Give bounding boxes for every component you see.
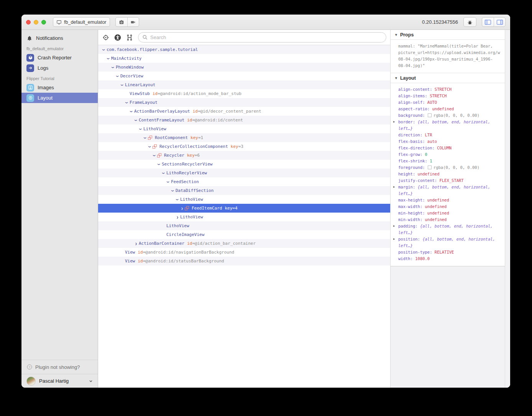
layout-prop-max-width: max-width: undefined <box>391 203 502 210</box>
tree-row-ActionBarOverlayLayout[interactable]: ❯ActionBarOverlayLayoutid=@id/decor_cont… <box>98 107 390 116</box>
expand-toggle-icon[interactable]: ❯ <box>110 66 116 69</box>
prop-key: direction: <box>398 133 425 137</box>
sidebar-item-layout[interactable]: Layout <box>21 93 98 103</box>
expand-toggle-icon[interactable]: ❯ <box>175 215 180 219</box>
prop-key: border: <box>398 120 418 124</box>
expand-toggle-icon[interactable]: ❯ <box>129 110 134 113</box>
tree-row-SectionsRecyclerView[interactable]: ❯SectionsRecyclerView <box>98 160 390 169</box>
tree-row-FrameLayout[interactable]: ❯FrameLayout <box>98 98 390 107</box>
expand-toggle-icon[interactable]: ❯ <box>170 189 176 193</box>
expand-toggle-icon[interactable]: ❯ <box>106 57 111 61</box>
search-input[interactable] <box>150 34 382 40</box>
tree-row-PhoneWindow[interactable]: ❯PhoneWindow <box>98 63 390 72</box>
expand-toggle-icon[interactable]: ❯ <box>133 242 139 246</box>
search-box[interactable] <box>138 32 386 43</box>
screenshot-button[interactable] <box>116 18 127 26</box>
layout-prop-position[interactable]: ▶position: {all, bottom, end, horizontal… <box>391 236 502 249</box>
tree-row-MainActivity[interactable]: ❯MainActivity <box>98 54 390 63</box>
elements-toolbar <box>98 30 390 45</box>
expand-toggle-icon[interactable]: ❯ <box>152 154 157 157</box>
sidebar-item-label: Logs <box>38 65 48 71</box>
props-section-header[interactable]: ▼ Props <box>391 30 505 40</box>
layout-prop-background: background: rgba(0, 0, 0, 0.00) <box>391 112 502 119</box>
prop-key: foreground: <box>398 165 427 170</box>
prop-value: undefined <box>425 217 447 222</box>
screen-record-button[interactable] <box>127 18 139 26</box>
expand-toggle-icon[interactable]: ❯ <box>161 171 166 175</box>
tree-row-View[interactable]: Viewid=@android:id/navigationBarBackgrou… <box>98 248 390 257</box>
tree-row-LithoView[interactable]: ❯LithoView <box>98 124 390 133</box>
expand-toggle-icon[interactable]: ❯ <box>133 118 139 122</box>
color-swatch[interactable] <box>428 113 432 117</box>
expand-row-icon[interactable]: ▶ <box>393 223 395 229</box>
tree-row-FeedSection[interactable]: ❯FeedSection <box>98 177 390 186</box>
element-name: ActionBarContainer <box>139 241 184 246</box>
sidebar-item-notifications[interactable]: Notifications <box>21 33 98 43</box>
layout-prop-max-height: max-height: undefined <box>391 197 502 203</box>
layout-section-body: align-content: STRETCHalign-items: STRET… <box>391 83 505 266</box>
tree-row-FeedItemCard[interactable]: ❯FeedItemCardkey=4 <box>98 204 390 213</box>
sidebar-item-label: Layout <box>38 95 53 101</box>
plugin-not-showing-link[interactable]: ? Plugin not showing? <box>21 360 98 374</box>
tree-row-RecyclerCollectionComponent[interactable]: ❯RecyclerCollectionComponentkey=3 <box>98 142 390 151</box>
accessibility-mode-button[interactable] <box>114 34 121 41</box>
tree-row-CircleImageView[interactable]: CircleImageView <box>98 230 390 239</box>
tree-row-View[interactable]: Viewid=@android:id/statusBarBackground <box>98 257 390 265</box>
expand-toggle-icon[interactable]: ❯ <box>115 74 120 78</box>
expand-toggle-icon[interactable]: ❯ <box>124 101 130 105</box>
close-window-button[interactable] <box>26 20 31 25</box>
tree-row-ContentFrameLayout[interactable]: ❯ContentFrameLayoutid=@android:id/conten… <box>98 116 390 124</box>
prop-value-continued: left…} <box>398 190 500 197</box>
expand-row-icon[interactable]: ▶ <box>393 236 395 242</box>
layout-prop-margin[interactable]: ▶margin: {all, bottom, end, horizontal,l… <box>391 184 502 197</box>
tree-hierarchy-button[interactable] <box>126 34 133 41</box>
minimize-window-button[interactable] <box>34 20 38 25</box>
user-menu[interactable]: Pascal Hartig <box>21 374 98 388</box>
expand-row-icon[interactable]: ▶ <box>393 184 395 190</box>
toggle-right-sidebar-button[interactable] <box>494 18 505 26</box>
prop-value-continued: left…} <box>398 125 500 132</box>
tree-row-com.facebook.flipper.sample.tutorial[interactable]: ❯com.facebook.flipper.sample.tutorial <box>98 45 390 54</box>
sidebar-section-device: fb_default_emulator <box>21 43 98 52</box>
expand-toggle-icon[interactable]: ❯ <box>143 136 148 140</box>
prop-value: STRETCH <box>430 93 447 98</box>
tree-row-LithoRecylerView[interactable]: ❯LithoRecylerView <box>98 169 390 177</box>
tree-row-Recycler[interactable]: ❯Recyclerkey=6 <box>98 151 390 160</box>
layout-section-header[interactable]: ▼ Layout <box>391 73 505 83</box>
tree-row-LithoView[interactable]: ❯LithoView <box>98 195 390 204</box>
tree-row-ActionBarContainer[interactable]: ❯ActionBarContainerid=@id/action_bar_con… <box>98 239 390 248</box>
prop-key: max-width: <box>398 204 425 209</box>
target-mode-button[interactable] <box>102 34 109 41</box>
expand-toggle-icon[interactable]: ❯ <box>138 127 143 131</box>
prop-key: min-width: <box>398 217 425 222</box>
zoom-window-button[interactable] <box>41 20 46 25</box>
element-name: DataDiffSection <box>176 188 213 193</box>
sidebar-item-logs[interactable]: Logs <box>21 63 98 73</box>
bug-report-button[interactable] <box>463 17 476 27</box>
sidebar-item-crash-reporter[interactable]: Crash Reporter <box>21 52 98 63</box>
expand-toggle-icon[interactable]: ❯ <box>179 206 185 210</box>
layout-prop-padding[interactable]: ▶padding: {all, bottom, end, horizontal,… <box>391 223 502 236</box>
tree-row-RootComponent[interactable]: ❯RootComponentkey=1 <box>98 133 390 142</box>
tree-row-LithoView[interactable]: ❯LithoView <box>98 213 390 221</box>
tree-row-LinearLayout[interactable]: ❯LinearLayout <box>98 80 390 89</box>
expand-toggle-icon[interactable]: ❯ <box>120 83 125 87</box>
tree-row-DecorView[interactable]: ❯DecorView <box>98 72 390 80</box>
color-swatch[interactable] <box>428 165 432 169</box>
tree-row-DataDiffSection[interactable]: ❯DataDiffSection <box>98 186 390 195</box>
layout-prop-border[interactable]: ▶border: {all, bottom, end, horizontal,l… <box>391 119 502 132</box>
tree-row-ViewStub[interactable]: ViewStubid=@android:id/action_mode_bar_s… <box>98 89 390 98</box>
attribute-value: =@android:id/content <box>192 118 243 123</box>
device-selector-button[interactable]: fb_default_emulator <box>53 17 110 27</box>
expand-toggle-icon[interactable]: ❯ <box>166 180 171 184</box>
attribute-name: id <box>193 109 198 114</box>
expand-toggle-icon[interactable]: ❯ <box>156 162 162 166</box>
expand-toggle-icon[interactable]: ❯ <box>147 145 153 149</box>
expand-row-icon[interactable]: ▶ <box>393 119 395 125</box>
toggle-left-sidebar-button[interactable] <box>482 18 494 26</box>
sidebar-item-images[interactable]: Images <box>21 82 98 93</box>
expand-toggle-icon[interactable]: ❯ <box>175 198 180 201</box>
expand-toggle-icon[interactable]: ❯ <box>101 48 107 52</box>
tree-row-LithoView[interactable]: LithoView <box>98 221 390 230</box>
prop-key: align-self: <box>398 100 427 105</box>
